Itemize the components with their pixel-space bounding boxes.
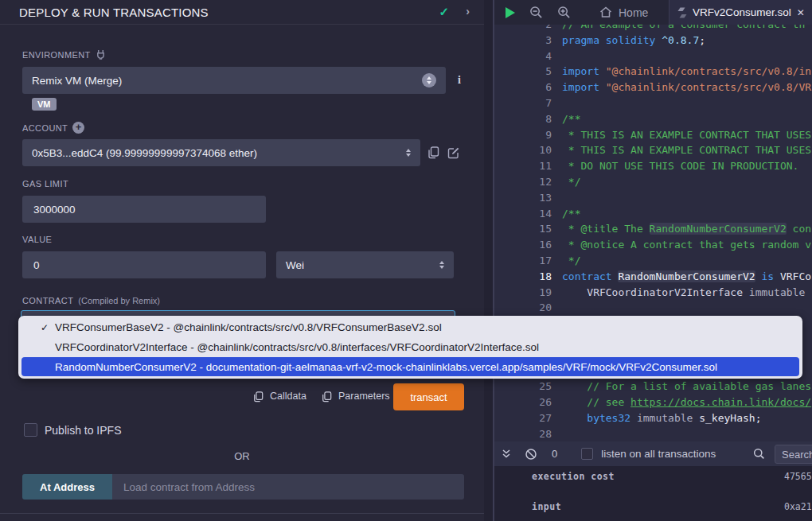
copy-parameters-icon[interactable] bbox=[322, 391, 332, 402]
line-content: // An example of a consumer contract th bbox=[552, 25, 805, 33]
code-line-27: 27 bytes32 immutable s_keyHash; bbox=[494, 410, 812, 426]
expand-terminal-icon[interactable] bbox=[501, 449, 512, 460]
code-line-2: 2// An example of a consumer contract th bbox=[494, 25, 812, 33]
contract-option-2[interactable]: RandomNumberConsumerV2 - documentation-g… bbox=[18, 357, 802, 377]
edit-account-icon[interactable] bbox=[447, 146, 460, 159]
code-editor[interactable]: 2// An example of a consumer contract th… bbox=[494, 25, 812, 441]
collapse-panel-chevron-icon[interactable]: › bbox=[466, 5, 470, 17]
clear-console-icon[interactable] bbox=[525, 448, 537, 461]
line-content: // For a list of available gas lanes bbox=[552, 379, 811, 395]
panel-resize-handle[interactable] bbox=[484, 0, 494, 521]
line-content bbox=[552, 49, 562, 64]
gas-limit-input[interactable] bbox=[22, 196, 266, 223]
code-line-13: 13 bbox=[494, 190, 812, 206]
chevron-updown-icon bbox=[422, 73, 436, 87]
line-content: contract RandomNumberConsumerV2 is VRFCo bbox=[552, 269, 811, 285]
value-unit-select[interactable]: Wei bbox=[276, 251, 454, 278]
plug-icon bbox=[96, 49, 106, 60]
account-label: ACCOUNT + bbox=[22, 122, 84, 134]
line-content bbox=[552, 426, 562, 441]
zoom-in-icon[interactable] bbox=[557, 6, 571, 19]
code-line-19: 19 VRFCoordinatorV2Interface immutable bbox=[494, 285, 812, 301]
account-select[interactable]: 0x5B3...eddC4 (99.99999999997374068 ethe… bbox=[22, 139, 420, 166]
deploy-run-panel: DEPLOY & RUN TRANSACTIONS ✓ › ENVIRONMEN… bbox=[0, 0, 484, 521]
listen-all-checkbox[interactable] bbox=[581, 448, 593, 460]
transact-button[interactable]: transact bbox=[393, 383, 464, 410]
deploy-actions-row: Calldata Parameters transact bbox=[0, 383, 464, 410]
pending-tx-count: 0 bbox=[552, 448, 557, 460]
code-line-3: 3pragma solidity ^0.8.7; bbox=[494, 33, 812, 49]
line-content: * THIS IS AN EXAMPLE CONTRACT THAT USES bbox=[552, 127, 811, 143]
publish-ipfs-label: Publish to IPFS bbox=[45, 424, 122, 437]
vm-badge: VM bbox=[32, 98, 57, 111]
code-line-10: 10 * THIS IS AN EXAMPLE CONTRACT THAT US… bbox=[494, 142, 812, 158]
info-icon[interactable]: i bbox=[458, 74, 461, 87]
code-line-17: 17 */ bbox=[494, 253, 812, 269]
line-number: 25 bbox=[494, 379, 552, 395]
line-number: 13 bbox=[494, 190, 552, 206]
value-input[interactable] bbox=[22, 251, 266, 278]
line-content: * DO NOT USE THIS CODE IN PRODUCTION. bbox=[552, 158, 798, 174]
line-number: 7 bbox=[494, 95, 552, 111]
tab-home[interactable]: Home bbox=[591, 0, 656, 25]
parameters-label[interactable]: Parameters bbox=[338, 391, 390, 402]
line-number: 9 bbox=[494, 127, 552, 143]
zoom-out-icon[interactable] bbox=[529, 6, 543, 19]
at-address-input[interactable] bbox=[112, 474, 464, 500]
terminal-row-1: input0xa21...a23e4 bbox=[532, 501, 812, 512]
at-address-button[interactable]: At Address bbox=[22, 474, 112, 500]
calldata-label[interactable]: Calldata bbox=[270, 391, 306, 402]
line-number: 26 bbox=[494, 395, 552, 410]
code-line-8: 8/** bbox=[494, 111, 812, 127]
terminal-key: input bbox=[532, 501, 561, 512]
code-line-26: 26 // see https://docs.chain.link/docs/ bbox=[494, 395, 812, 410]
tab-vrfv2consumer[interactable]: VRFv2Consumer.sol ✕ bbox=[669, 0, 812, 25]
line-number: 14 bbox=[494, 206, 552, 222]
contract-label: CONTRACT (Compiled by Remix) bbox=[22, 296, 160, 305]
code-line-6: 6import "@chainlink/contracts/src/v0.8/V… bbox=[494, 80, 812, 95]
terminal-value: 47565 gas bbox=[784, 471, 812, 482]
panel-divider bbox=[0, 513, 484, 514]
copy-calldata-icon[interactable] bbox=[253, 391, 264, 402]
line-content: pragma solidity ^0.8.7; bbox=[552, 33, 705, 49]
or-separator: OR bbox=[0, 450, 484, 462]
code-line-4: 4 bbox=[494, 49, 812, 64]
line-number: 5 bbox=[494, 64, 552, 80]
line-number: 2 bbox=[494, 25, 552, 33]
code-line-18: 18contract RandomNumberConsumerV2 is VRF… bbox=[494, 269, 812, 285]
line-content: */ bbox=[552, 174, 580, 190]
line-number: 6 bbox=[494, 80, 552, 95]
publish-ipfs-checkbox[interactable] bbox=[24, 423, 37, 437]
code-line-5: 5import "@chainlink/contracts/src/v0.8/i… bbox=[494, 64, 812, 80]
contract-option-1[interactable]: VRFCoordinatorV2Interface - @chainlink/c… bbox=[18, 337, 802, 357]
line-number: 16 bbox=[494, 237, 552, 253]
line-content bbox=[552, 300, 562, 316]
editor-region: Home VRFv2Consumer.sol ✕ 2// An example … bbox=[494, 0, 812, 521]
terminal-search-input[interactable] bbox=[775, 445, 812, 464]
contract-option-0[interactable]: ✓VRFConsumerBaseV2 - @chainlink/contract… bbox=[18, 317, 802, 337]
copy-account-icon[interactable] bbox=[427, 146, 439, 159]
line-number: 4 bbox=[494, 49, 552, 64]
line-content bbox=[552, 190, 562, 206]
code-line-28: 28 bbox=[494, 426, 812, 441]
value-label: VALUE bbox=[22, 235, 52, 244]
add-account-icon[interactable]: + bbox=[72, 122, 84, 134]
line-number: 28 bbox=[494, 426, 552, 441]
line-number: 11 bbox=[494, 158, 552, 174]
contract-dropdown-list: ✓VRFConsumerBaseV2 - @chainlink/contract… bbox=[18, 316, 802, 379]
solidity-file-icon bbox=[677, 7, 687, 18]
environment-select[interactable]: Remix VM (Merge) bbox=[22, 67, 446, 94]
code-line-12: 12 */ bbox=[494, 174, 812, 190]
line-content bbox=[552, 95, 562, 111]
chevron-updown-icon bbox=[406, 149, 411, 157]
terminal-value: 0xa21...a23e4 bbox=[784, 501, 812, 512]
code-lines: 2// An example of a consumer contract th… bbox=[494, 25, 812, 441]
close-tab-icon[interactable]: ✕ bbox=[797, 7, 805, 18]
code-line-14: 14/** bbox=[494, 206, 812, 222]
run-script-icon[interactable] bbox=[506, 7, 515, 18]
editor-tabbar: Home VRFv2Consumer.sol ✕ bbox=[494, 0, 812, 25]
code-line-20: 20 bbox=[494, 300, 812, 316]
terminal-output[interactable]: execution cost47565 gasinput0xa21...a23e… bbox=[494, 466, 812, 521]
line-content: VRFCoordinatorV2Interface immutable bbox=[552, 285, 811, 301]
code-line-9: 9 * THIS IS AN EXAMPLE CONTRACT THAT USE… bbox=[494, 127, 812, 143]
